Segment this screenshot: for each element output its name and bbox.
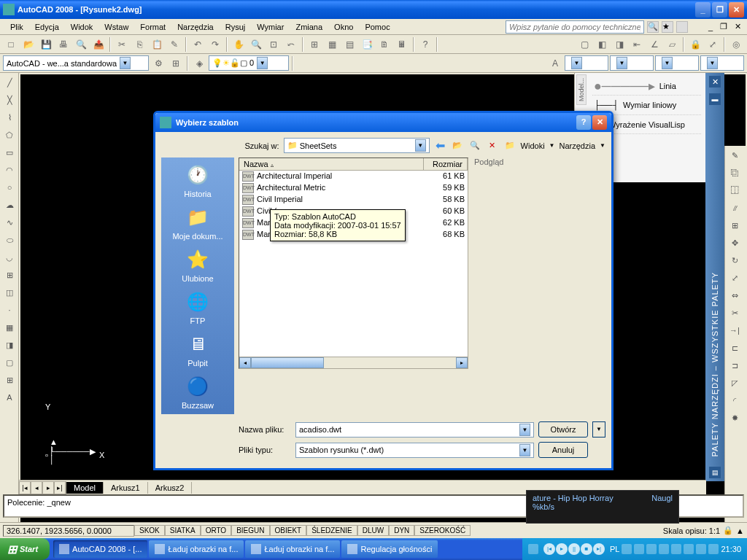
search-icon[interactable]: 🔍 — [647, 21, 659, 33]
place-historia[interactable]: 🕐Historia — [166, 162, 230, 198]
color-icon[interactable]: ◨ — [611, 36, 627, 52]
place-mojedokum[interactable]: 📁Moje dokum... — [166, 204, 230, 241]
revcloud-icon[interactable]: ☁ — [1, 197, 18, 213]
tab-model[interactable]: Model — [66, 482, 104, 494]
views-dropdown[interactable]: Widoki — [521, 141, 545, 150]
tray-icon-3[interactable] — [646, 544, 657, 554]
designcenter-icon[interactable]: ▦ — [324, 36, 340, 52]
fillet-icon[interactable]: ◜ — [727, 392, 743, 408]
block-icon[interactable]: ▢ — [576, 36, 592, 52]
place-buzzsaw[interactable]: 🔵Buzzsaw — [166, 373, 230, 410]
taskbar-button-3[interactable]: Regulacja głośności — [341, 540, 438, 558]
tab-last-icon[interactable]: ▸| — [54, 481, 66, 494]
status-lock-icon[interactable]: 🔒 — [723, 526, 733, 535]
trim-icon[interactable]: ✂ — [727, 305, 743, 321]
copy-icon[interactable]: ⎘ — [131, 36, 147, 52]
palette-item-line[interactable]: ●─────▸ Linia — [592, 77, 701, 96]
gear-icon[interactable]: ⚙ — [150, 55, 166, 71]
media-prev-icon[interactable]: |◂ — [543, 543, 555, 555]
menu-rysuj[interactable]: Rysuj — [221, 21, 250, 33]
file-row[interactable]: DWTArchitectural Metric59 KB — [239, 182, 468, 194]
window-close-icon[interactable]: ✕ — [735, 22, 741, 31]
explode-icon[interactable]: ✸ — [727, 410, 743, 426]
place-pulpit[interactable]: 🖥Pulpit — [166, 331, 230, 368]
menu-zmiana[interactable]: Zmiana — [291, 21, 327, 33]
properties-icon[interactable]: ⊞ — [306, 36, 322, 52]
search-web-icon[interactable]: 🔍 — [468, 139, 481, 153]
visual-icon[interactable]: ◎ — [728, 36, 744, 52]
mirror-icon[interactable]: ⿰ — [727, 182, 743, 198]
tray-icon-1[interactable] — [528, 544, 538, 554]
help-icon[interactable] — [676, 21, 688, 33]
menu-format[interactable]: Format — [136, 21, 170, 33]
publish-icon[interactable]: 📤 — [90, 36, 107, 52]
join-icon[interactable]: ⊐ — [727, 357, 743, 373]
mtext-icon[interactable]: A — [1, 389, 18, 405]
tray-icon-5[interactable] — [671, 544, 681, 554]
workspace-combo[interactable]: AutoCAD - we...a standardowa▼ — [3, 55, 149, 71]
dialog-help-button[interactable]: ? — [576, 115, 591, 130]
search-in-combo[interactable]: 📁 SheetSets ▼ — [284, 138, 430, 153]
tab-next-icon[interactable]: ▸ — [42, 481, 54, 494]
new-folder-icon[interactable]: 📁 — [503, 139, 516, 153]
hatch-icon[interactable]: ▦ — [1, 319, 18, 335]
status-dyn[interactable]: DYN — [389, 525, 414, 536]
palette-props-icon[interactable]: ▤ — [709, 467, 721, 478]
angle-icon[interactable]: ∠ — [646, 36, 662, 52]
erase-icon[interactable]: ✎ — [727, 147, 743, 163]
paste-icon[interactable]: 📋 — [149, 36, 165, 52]
file-row[interactable]: DWTCivil Imperial58 KB — [239, 194, 468, 206]
palette-close-icon[interactable]: ✕ — [709, 76, 721, 88]
palette-vertical-tab[interactable]: ✕ ▬ PALETY NARZĘDZI – WSZYSTKIE PALETY ▤ — [705, 73, 724, 481]
tray-icon-4[interactable] — [659, 544, 669, 554]
scale2-icon[interactable]: ⤢ — [727, 270, 743, 286]
area-icon[interactable]: ▱ — [664, 36, 680, 52]
markup-icon[interactable]: 🗎 — [376, 36, 392, 52]
taskbar-button-1[interactable]: Ładuj obrazki na f... — [149, 540, 244, 558]
close-button[interactable]: ✕ — [729, 2, 744, 18]
pline-icon[interactable]: ⌇ — [1, 109, 18, 125]
minimize-button[interactable]: _ — [695, 2, 711, 18]
print-icon[interactable]: 🖶 — [55, 36, 71, 52]
filetype-combo[interactable]: Szablon rysunku (*.dwt)▼ — [295, 443, 534, 458]
menu-narzędzia[interactable]: Narzędzia — [173, 21, 218, 33]
polygon-icon[interactable]: ⬠ — [1, 127, 18, 143]
move-icon[interactable]: ✥ — [727, 235, 743, 251]
up-folder-icon[interactable]: 📂 — [451, 139, 464, 153]
copy2-icon[interactable]: ⿻ — [727, 165, 743, 181]
redo-icon[interactable]: ↷ — [207, 36, 223, 52]
tab-arkusz2[interactable]: Arkusz2 — [148, 482, 193, 494]
chamfer-icon[interactable]: ◸ — [727, 375, 743, 391]
zoom-prev-icon[interactable]: ⤺ — [283, 36, 299, 52]
preview-icon[interactable]: 🔍 — [73, 36, 89, 52]
language-indicator[interactable]: PL — [610, 545, 619, 553]
tray-icon-7[interactable] — [696, 544, 706, 554]
circle-icon[interactable]: ○ — [1, 179, 18, 195]
cut-icon[interactable]: ✂ — [114, 36, 130, 52]
status-szerokość[interactable]: SZEROKOŚĆ — [414, 525, 471, 536]
horizontal-scrollbar[interactable]: ◂ ▸ — [239, 357, 468, 368]
annotation-scale[interactable]: Skala opisu: 1:1 — [663, 526, 720, 535]
tray-volume-icon[interactable] — [622, 544, 632, 554]
dim-style-combo[interactable]: ▼ — [610, 55, 654, 71]
menu-plik[interactable]: Plik — [6, 21, 28, 33]
tab-prev-icon[interactable]: ◂ — [31, 481, 42, 494]
gradient-icon[interactable]: ◨ — [1, 337, 18, 353]
filename-combo[interactable]: acadiso.dwt▼ — [295, 422, 534, 438]
array-icon[interactable]: ⊞ — [727, 217, 743, 233]
maximize-button[interactable]: ❐ — [712, 2, 727, 18]
stretch-icon[interactable]: ⇔ — [727, 287, 743, 303]
menu-pomoc[interactable]: Pomoc — [360, 21, 394, 33]
back-icon[interactable]: ⬅ — [434, 139, 447, 153]
scale-icon[interactable]: ⤢ — [705, 36, 721, 52]
column-size-header[interactable]: Rozmiar — [424, 158, 468, 170]
media-play-icon[interactable]: ▸ — [556, 543, 568, 555]
palette-pin-icon[interactable]: ▬ — [709, 93, 721, 105]
window-minimize-icon[interactable]: _ — [708, 23, 713, 31]
sheet-set-icon[interactable]: 📑 — [359, 36, 375, 52]
menu-widok[interactable]: Widok — [66, 21, 98, 33]
layers-icon[interactable]: ◈ — [191, 55, 207, 71]
dialog-close-button[interactable]: ✕ — [592, 115, 607, 130]
column-name-header[interactable]: Nazwa ▵ — [239, 158, 424, 170]
delete-icon[interactable]: ✕ — [486, 139, 499, 153]
